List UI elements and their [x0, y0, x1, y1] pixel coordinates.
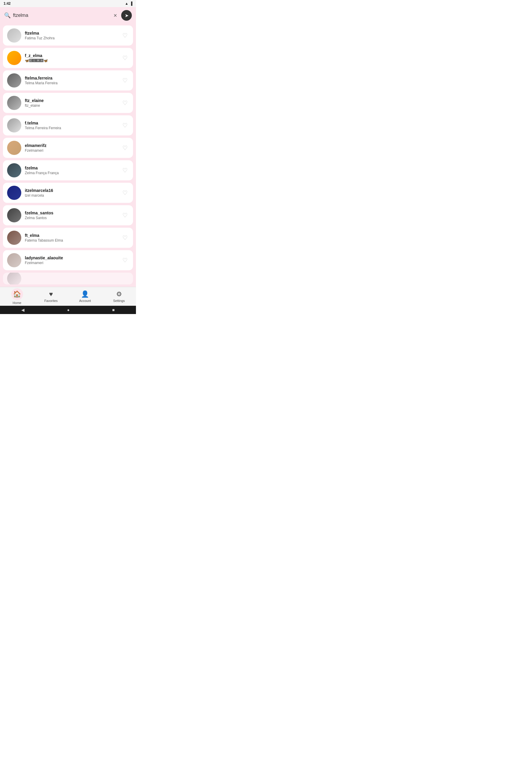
avatar [7, 163, 21, 177]
account-icon: 👤 [81, 290, 89, 298]
status-bar: 1:42 ▲ ▐ [0, 0, 136, 7]
home-button[interactable]: ● [67, 308, 70, 312]
user-info: f_z_elma 🦋🅴🅻🅼🅰🦋 [25, 53, 118, 63]
list-item[interactable]: ftz_elaine ftz_elaine ♡ [3, 93, 133, 113]
username: fzelma [25, 166, 118, 170]
list-item[interactable] [3, 273, 133, 285]
username: ftzelma [25, 31, 118, 36]
nav-item-home[interactable]: 🏠 Home [0, 288, 34, 305]
username: elmamerifz [25, 143, 118, 148]
avatar [7, 141, 21, 155]
user-info: ftzelma Fatima Tuz Zhohra [25, 31, 118, 40]
nav-item-favorites[interactable]: ♥ Favorites [34, 290, 68, 303]
like-button[interactable]: ♡ [121, 53, 129, 63]
avatar [7, 273, 21, 285]
list-item[interactable]: itzelmarcela16 tzel marcela ♡ [3, 183, 133, 203]
list-item[interactable]: f.telma Telma Ferreira Ferreira ♡ [3, 115, 133, 136]
account-label: Account [79, 299, 91, 303]
home-label: Home [13, 301, 21, 305]
like-button[interactable]: ♡ [121, 256, 129, 265]
status-icons: ▲ ▐ [125, 1, 133, 6]
system-nav: ◀ ● ■ [0, 306, 136, 314]
display-name: tzel marcela [25, 194, 118, 197]
display-name: ftz_elaine [25, 104, 118, 107]
username: fzelma_santos [25, 211, 118, 215]
list-item[interactable]: ft_elma Fatema Tabassum Elma ♡ [3, 228, 133, 248]
send-icon: ➤ [125, 13, 129, 18]
like-button[interactable]: ♡ [121, 76, 129, 85]
username: ft_elma [25, 233, 118, 238]
like-button[interactable]: ♡ [121, 121, 129, 130]
display-name: Fatima Tuz Zhohra [25, 36, 118, 40]
display-name: Zelma Santos [25, 216, 118, 220]
display-name: Telma Ferreira Ferreira [25, 126, 118, 130]
avatar [7, 51, 21, 65]
avatar [7, 253, 21, 267]
search-input-wrap: 🔍 [4, 12, 109, 19]
wifi-icon: ▲ [125, 1, 129, 6]
avatar [7, 231, 21, 245]
like-button[interactable]: ♡ [121, 188, 129, 197]
username: f_z_elma [25, 53, 118, 58]
user-info: itzelmarcela16 tzel marcela [25, 188, 118, 197]
user-info: fzelma Zelma França França [25, 166, 118, 175]
user-info: fzelma_santos Zelma Santos [25, 211, 118, 220]
like-button[interactable]: ♡ [121, 166, 129, 175]
battery-icon: ▐ [130, 1, 133, 6]
like-button[interactable]: ♡ [121, 31, 129, 40]
bottom-nav: 🏠 Home ♥ Favorites 👤 Account ⚙ Settings [0, 287, 136, 306]
username: ladynastie_alaouite [25, 256, 118, 260]
avatar [7, 186, 21, 200]
like-button[interactable]: ♡ [121, 98, 129, 107]
user-info: f.telma Telma Ferreira Ferreira [25, 121, 118, 130]
like-button[interactable]: ♡ [121, 233, 129, 242]
username: ftelma.ferreira [25, 76, 118, 80]
results-list: ftzelma Fatima Tuz Zhohra ♡ f_z_elma 🦋🅴🅻… [0, 24, 136, 287]
search-icon: 🔍 [4, 12, 11, 19]
user-info: ftelma.ferreira Telma Maria Ferreira [25, 76, 118, 85]
search-bar: 🔍 × ➤ [0, 7, 136, 24]
status-time: 1:42 [4, 1, 11, 6]
user-info: elmamerifz Fzelmameri [25, 143, 118, 153]
avatar [7, 73, 21, 87]
list-item[interactable]: ladynastie_alaouite Fzelmameri ♡ [3, 250, 133, 270]
search-input[interactable] [13, 13, 109, 18]
home-icon: 🏠 [13, 290, 21, 298]
list-item[interactable]: fzelma_santos Zelma Santos ♡ [3, 205, 133, 225]
username: itzelmarcela16 [25, 188, 118, 193]
back-button[interactable]: ◀ [21, 308, 24, 312]
home-icon-wrap: 🏠 [11, 288, 23, 300]
send-button[interactable]: ➤ [121, 10, 132, 21]
settings-icon: ⚙ [116, 290, 122, 298]
user-info: ftz_elaine ftz_elaine [25, 98, 118, 107]
display-name: Fzelmameri [25, 148, 118, 153]
username: f.telma [25, 121, 118, 125]
list-item[interactable]: elmamerifz Fzelmameri ♡ [3, 138, 133, 158]
list-item[interactable]: f_z_elma 🦋🅴🅻🅼🅰🦋 ♡ [3, 48, 133, 68]
recent-button[interactable]: ■ [112, 308, 115, 312]
avatar [7, 208, 21, 222]
avatar [7, 118, 21, 133]
display-name: Fatema Tabassum Elma [25, 238, 118, 242]
nav-item-account[interactable]: 👤 Account [68, 290, 102, 303]
like-button[interactable]: ♡ [121, 211, 129, 220]
user-info: ft_elma Fatema Tabassum Elma [25, 233, 118, 242]
avatar [7, 96, 21, 110]
list-item[interactable]: fzelma Zelma França França ♡ [3, 160, 133, 180]
list-item[interactable]: ftzelma Fatima Tuz Zhohra ♡ [3, 25, 133, 45]
user-info: ladynastie_alaouite Fzelmameri [25, 256, 118, 265]
like-button[interactable]: ♡ [121, 143, 129, 153]
avatar [7, 28, 21, 43]
display-name: 🦋🅴🅻🅼🅰🦋 [25, 59, 118, 63]
display-name: Zelma França França [25, 171, 118, 175]
display-name: Telma Maria Ferreira [25, 81, 118, 85]
list-item[interactable]: ftelma.ferreira Telma Maria Ferreira ♡ [3, 70, 133, 90]
favorites-icon: ♥ [49, 290, 53, 298]
settings-label: Settings [113, 299, 125, 303]
clear-button[interactable]: × [112, 12, 118, 19]
username: ftz_elaine [25, 98, 118, 103]
nav-item-settings[interactable]: ⚙ Settings [102, 290, 136, 303]
favorites-label: Favorites [44, 299, 58, 303]
display-name: Fzelmameri [25, 261, 118, 265]
